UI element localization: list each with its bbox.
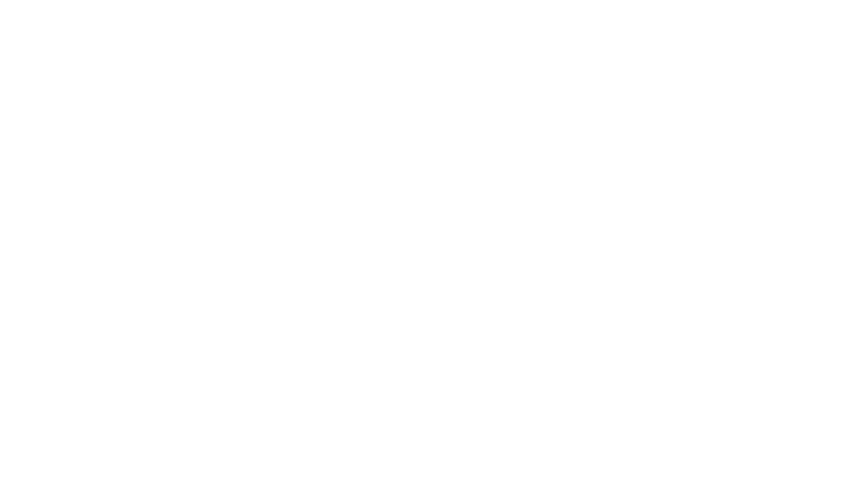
- mind-map-diagram: [0, 0, 868, 488]
